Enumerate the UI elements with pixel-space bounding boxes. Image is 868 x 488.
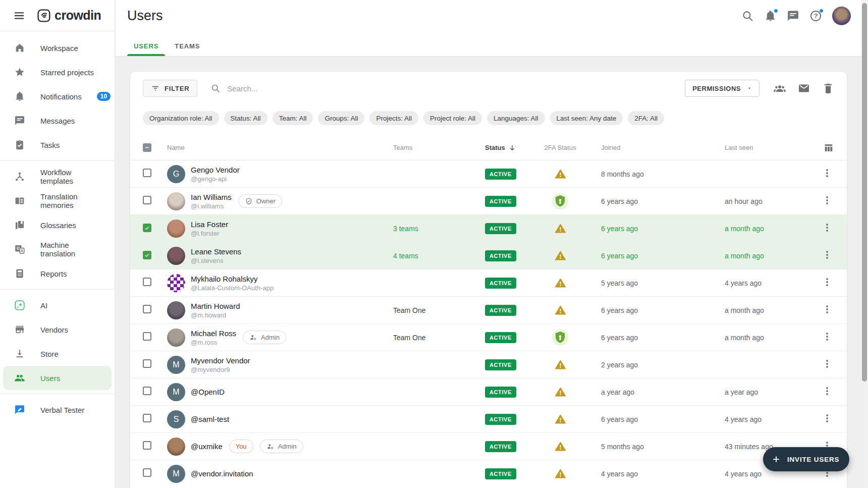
columns-settings-icon[interactable]: [823, 142, 834, 153]
user-name[interactable]: Myvendor Vendor: [191, 356, 250, 365]
user-name[interactable]: Leane Stevens: [191, 247, 241, 256]
table-row[interactable]: M@OpenIDACTIVEa year agoa year ago: [130, 378, 847, 405]
filter-chip[interactable]: Groups: All: [318, 111, 364, 125]
column-header-status[interactable]: Status: [485, 144, 545, 152]
table-row[interactable]: Martin Howard@m.howardTeam OneACTIVE6 ye…: [130, 296, 847, 323]
table-row[interactable]: Lisa Foster@l.forster3 teamsACTIVE6 year…: [130, 214, 847, 242]
user-name[interactable]: Lisa Foster: [191, 220, 228, 229]
user-name[interactable]: Michael Ross: [191, 329, 236, 338]
help-icon[interactable]: ?: [809, 10, 822, 22]
user-teams[interactable]: 4 teams: [393, 252, 485, 260]
user-name[interactable]: @uxmike: [191, 442, 223, 451]
filter-chip[interactable]: Languages: All: [487, 111, 545, 125]
filter-button[interactable]: FILTER: [143, 80, 197, 97]
row-menu-button[interactable]: [822, 249, 833, 260]
row-checkbox[interactable]: [143, 468, 151, 477]
user-name[interactable]: Mykhailo Rohalskyy: [191, 275, 274, 283]
row-menu-button[interactable]: [822, 222, 833, 233]
table-row[interactable]: @uxmikeYouAdminACTIVE5 months ago43 minu…: [130, 432, 847, 460]
table-row[interactable]: MMyvendor Vendor@myvendor9ACTIVE2 years …: [130, 351, 847, 378]
sidebar-item-workflow-templates[interactable]: Workflow templates: [0, 165, 115, 189]
add-to-team-icon[interactable]: [774, 82, 786, 94]
row-checkbox[interactable]: [143, 251, 151, 259]
row-checkbox[interactable]: [143, 332, 151, 341]
column-header-2fa[interactable]: 2FA Status: [545, 144, 576, 151]
messages-icon[interactable]: [787, 10, 799, 22]
table-row[interactable]: Michael Ross@m.rossAdminTeam OneACTIVE6 …: [130, 323, 847, 351]
table-row[interactable]: M@vendor.invitationACTIVE4 years ago4 ye…: [130, 460, 847, 487]
row-menu-button[interactable]: [822, 331, 833, 342]
sidebar-item-tasks[interactable]: Tasks: [0, 133, 115, 157]
select-all-checkbox[interactable]: [143, 143, 151, 152]
user-name[interactable]: @OpenID: [191, 388, 225, 396]
crowdin-logo[interactable]: crowdin: [37, 8, 101, 23]
sidebar-item-starred-projects[interactable]: Starred projects: [0, 60, 115, 84]
user-avatar-menu[interactable]: [832, 7, 851, 25]
row-menu-button[interactable]: [822, 386, 833, 397]
sidebar-item-verbal-tester[interactable]: Verbal Tester: [0, 398, 115, 422]
user-teams[interactable]: 3 teams: [393, 225, 485, 233]
sidebar-item-vendors[interactable]: Vendors: [0, 317, 115, 342]
sidebar-item-ai[interactable]: AI: [0, 293, 115, 317]
search-icon[interactable]: [741, 10, 754, 22]
notifications-icon[interactable]: [764, 10, 777, 22]
tab-teams[interactable]: TEAMS: [168, 36, 206, 56]
row-menu-button[interactable]: [822, 413, 833, 424]
user-name[interactable]: @saml-test: [191, 415, 229, 423]
row-menu-button[interactable]: [822, 277, 833, 288]
sidebar-item-translation-memories[interactable]: Translation memories: [0, 189, 115, 213]
scrollbar-thumb[interactable]: [862, 3, 867, 382]
filter-chip[interactable]: Status: All: [224, 111, 267, 125]
filter-chip[interactable]: Last seen: Any date: [550, 111, 623, 125]
search-input[interactable]: [227, 84, 429, 93]
column-header-last-seen[interactable]: Last seen: [712, 144, 822, 151]
row-checkbox[interactable]: [143, 305, 151, 313]
row-checkbox[interactable]: [143, 414, 151, 422]
column-header-joined[interactable]: Joined: [575, 144, 712, 151]
column-header-name[interactable]: Name: [167, 144, 393, 151]
row-checkbox[interactable]: [143, 441, 151, 450]
tab-users[interactable]: USERS: [127, 36, 165, 56]
filter-chip[interactable]: Organization role: All: [143, 111, 219, 125]
table-row[interactable]: Leane Stevens@l.stevens4 teamsACTIVE6 ye…: [130, 242, 847, 269]
user-name[interactable]: Gengo Vendor: [191, 166, 240, 174]
sidebar-item-glossaries[interactable]: Glossaries: [0, 213, 115, 237]
filter-chip[interactable]: 2FA: All: [628, 111, 664, 125]
sidebar-item-reports[interactable]: Reports: [0, 261, 115, 286]
delete-icon[interactable]: [822, 82, 834, 94]
sidebar-item-store[interactable]: Store: [0, 342, 115, 366]
table-row[interactable]: Ian Williams@i.williamsOwnerACTIVE6 year…: [130, 187, 847, 214]
row-checkbox[interactable]: [143, 224, 151, 232]
row-checkbox[interactable]: [143, 359, 151, 368]
table-row[interactable]: GGengo Vendor@gengo-apiACTIVE8 months ag…: [130, 160, 847, 187]
sidebar-item-notifications[interactable]: Notifications10: [0, 84, 115, 109]
filter-chip[interactable]: Projects: All: [369, 111, 418, 125]
permissions-dropdown[interactable]: PERMISSIONS: [685, 80, 760, 97]
user-teams[interactable]: Team One: [393, 334, 485, 342]
sidebar-item-workspace[interactable]: Workspace: [0, 36, 115, 60]
user-name[interactable]: Martin Howard: [191, 302, 240, 310]
column-header-teams[interactable]: Teams: [393, 144, 485, 151]
page-scrollbar[interactable]: [861, 0, 868, 488]
sidebar-item-machine-translation[interactable]: GAMachine translation: [0, 237, 115, 261]
row-menu-button[interactable]: [822, 304, 833, 315]
filter-chip[interactable]: Team: All: [273, 111, 313, 125]
sidebar-item-users[interactable]: Users: [3, 366, 112, 390]
row-checkbox[interactable]: [143, 387, 151, 395]
row-checkbox[interactable]: [143, 169, 151, 177]
row-menu-button[interactable]: [822, 195, 833, 206]
sidebar-item-messages[interactable]: Messages: [0, 109, 115, 133]
table-row[interactable]: Mykhailo Rohalskyy@Lalala-Custom-OAuth-a…: [130, 269, 847, 296]
user-name[interactable]: @vendor.invitation: [191, 469, 253, 478]
user-name[interactable]: Ian Williams: [191, 193, 232, 201]
row-menu-button[interactable]: [822, 168, 833, 179]
user-teams[interactable]: Team One: [393, 306, 485, 314]
table-row[interactable]: S@saml-testACTIVE6 years ago4 years ago: [130, 405, 847, 432]
row-menu-button[interactable]: [822, 358, 833, 369]
row-checkbox[interactable]: [143, 278, 151, 286]
invite-users-button[interactable]: INVITE USERS: [763, 447, 849, 471]
filter-chip[interactable]: Project role: All: [423, 111, 482, 125]
email-icon[interactable]: [798, 82, 810, 94]
hamburger-menu-icon[interactable]: [13, 10, 25, 22]
row-checkbox[interactable]: [143, 196, 151, 204]
